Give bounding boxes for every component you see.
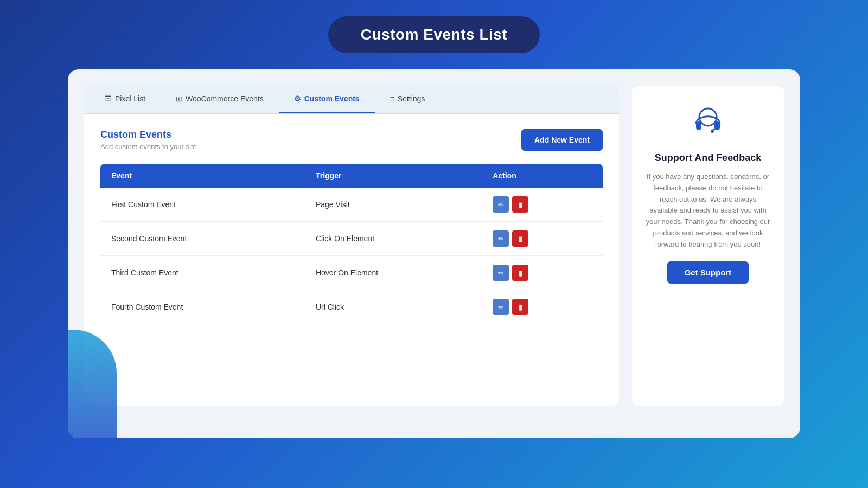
trigger-value: Page Visit bbox=[305, 188, 482, 222]
event-name: Fourth Custom Event bbox=[100, 290, 305, 324]
table-row: Fourth Custom Event Url Click ✏ ▮ bbox=[100, 290, 603, 324]
tabs-bar: ☰ Pixel List ⊞ WooCommerce Events ⚙ Cust… bbox=[84, 86, 619, 114]
delete-button[interactable]: ▮ bbox=[512, 196, 528, 213]
trigger-value: Hover On Element bbox=[305, 256, 482, 290]
tab-settings[interactable]: ≡ Settings bbox=[375, 86, 441, 113]
content-inner: Custom Events Add custom events to your … bbox=[84, 114, 619, 406]
delete-button[interactable]: ▮ bbox=[512, 265, 528, 281]
table-row: Second Custom Event Click On Element ✏ ▮ bbox=[100, 222, 603, 256]
col-event: Event bbox=[100, 164, 305, 188]
event-name: Second Custom Event bbox=[100, 222, 305, 256]
edit-button[interactable]: ✏ bbox=[493, 196, 509, 213]
table-row: Third Custom Event Hover On Element ✏ ▮ bbox=[100, 256, 603, 290]
tab-custom-events[interactable]: ⚙ Custom Events bbox=[279, 86, 375, 113]
action-buttons: ✏ ▮ bbox=[493, 265, 592, 281]
trigger-value: Url Click bbox=[305, 290, 482, 324]
section-subtitle: Add custom events to your site bbox=[100, 143, 197, 151]
headphone-icon bbox=[691, 102, 725, 143]
page-title: Custom Events List bbox=[361, 26, 507, 43]
pixel-list-icon: ☰ bbox=[105, 94, 112, 103]
trigger-value: Click On Element bbox=[305, 222, 482, 256]
delete-button[interactable]: ▮ bbox=[512, 230, 528, 247]
event-name: Third Custom Event bbox=[100, 256, 305, 290]
event-name: First Custom Event bbox=[100, 188, 305, 222]
action-buttons: ✏ ▮ bbox=[493, 230, 592, 247]
get-support-button[interactable]: Get Support bbox=[667, 261, 749, 284]
page-title-wrap: Custom Events List bbox=[328, 16, 540, 53]
col-action: Action bbox=[482, 164, 603, 188]
table-header-row: Event Trigger Action bbox=[100, 164, 603, 188]
support-text: If you have any questions, concerns, or … bbox=[645, 171, 771, 251]
main-card: ☰ Pixel List ⊞ WooCommerce Events ⚙ Cust… bbox=[68, 69, 800, 438]
section-title: Custom Events bbox=[100, 129, 197, 140]
edit-button[interactable]: ✏ bbox=[493, 265, 509, 281]
content-area: ☰ Pixel List ⊞ WooCommerce Events ⚙ Cust… bbox=[84, 86, 619, 406]
action-buttons: ✏ ▮ bbox=[493, 196, 592, 213]
tab-woocommerce-events[interactable]: ⊞ WooCommerce Events bbox=[161, 86, 279, 113]
events-table: Event Trigger Action First Custom Event … bbox=[100, 164, 603, 324]
action-cell: ✏ ▮ bbox=[482, 188, 603, 222]
action-cell: ✏ ▮ bbox=[482, 290, 603, 324]
settings-icon: ≡ bbox=[390, 94, 394, 103]
table-row: First Custom Event Page Visit ✏ ▮ bbox=[100, 188, 603, 222]
tab-pixel-list[interactable]: ☰ Pixel List bbox=[90, 86, 161, 113]
delete-button[interactable]: ▮ bbox=[512, 299, 528, 315]
custom-events-icon: ⚙ bbox=[294, 94, 301, 103]
support-title: Support And Feedback bbox=[655, 152, 761, 164]
edit-button[interactable]: ✏ bbox=[493, 299, 509, 315]
action-cell: ✏ ▮ bbox=[482, 256, 603, 290]
action-cell: ✏ ▮ bbox=[482, 222, 603, 256]
action-buttons: ✏ ▮ bbox=[493, 299, 592, 315]
support-card: Support And Feedback If you have any que… bbox=[632, 86, 784, 406]
add-new-event-button[interactable]: Add New Event bbox=[521, 129, 603, 151]
edit-button[interactable]: ✏ bbox=[493, 230, 509, 247]
section-info: Custom Events Add custom events to your … bbox=[100, 129, 197, 151]
section-header: Custom Events Add custom events to your … bbox=[100, 129, 603, 151]
woocommerce-icon: ⊞ bbox=[176, 94, 182, 103]
col-trigger: Trigger bbox=[305, 164, 482, 188]
